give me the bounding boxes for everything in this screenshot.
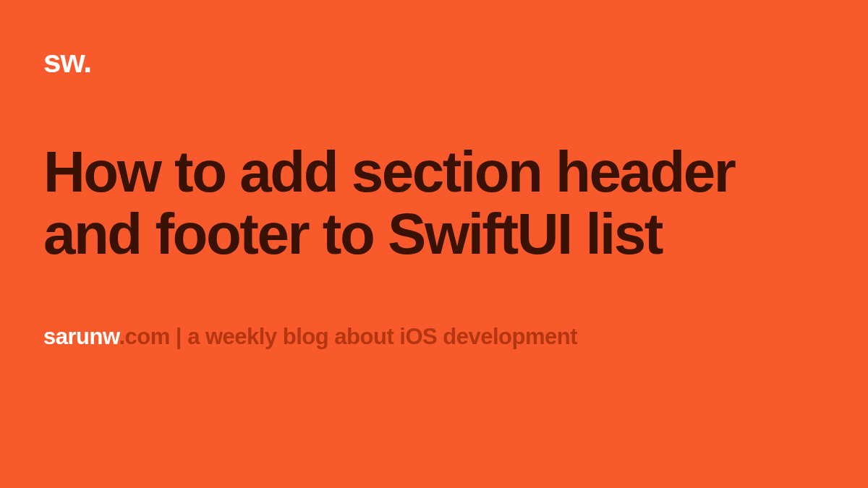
brand-name: sarunw [43, 324, 119, 349]
site-logo: sw. [43, 43, 825, 80]
site-tagline: sarunw.com | a weekly blog about iOS dev… [43, 324, 825, 350]
tagline-text: .com | a weekly blog about iOS developme… [119, 324, 577, 349]
article-title: How to add section header and footer to … [43, 141, 825, 266]
